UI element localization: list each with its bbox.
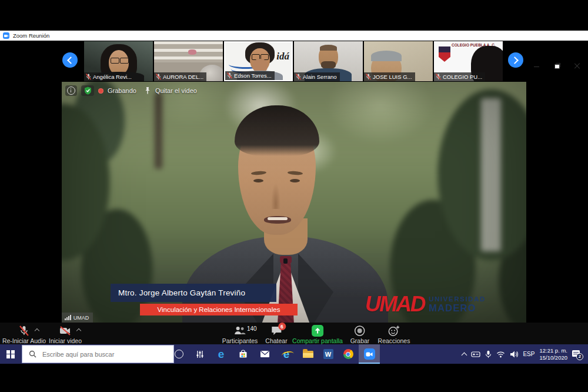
restore-icon — [554, 64, 560, 69]
task-view-button[interactable] — [189, 344, 211, 364]
watermark-label: UMAD — [74, 315, 89, 321]
muted-mic-icon — [366, 74, 371, 80]
close-button[interactable] — [568, 61, 586, 71]
folder-icon — [303, 351, 313, 358]
clock-date: 15/10/2020 — [539, 354, 567, 361]
colegio-crest-icon — [439, 46, 450, 62]
chrome-taskbar-button[interactable] — [338, 344, 359, 364]
cortana-button[interactable] — [168, 344, 189, 364]
taskbar-search[interactable] — [22, 345, 174, 363]
muted-mic-icon — [436, 74, 441, 80]
participant-thumbnail-angelica[interactable]: Angélica Revi... — [84, 41, 153, 81]
edge-taskbar-button[interactable]: e — [211, 344, 232, 364]
participant-label: JOSE LUIS G... — [364, 72, 415, 81]
restore-button[interactable] — [548, 61, 566, 71]
video-options-caret[interactable] — [76, 328, 81, 333]
unmute-audio-button[interactable]: Re-Iniciar Audio — [2, 325, 46, 344]
umad-brand: UMAD UNIVERSIDAD MADERO — [365, 289, 486, 320]
video-off-icon — [59, 325, 72, 337]
tray-expand-chevron[interactable] — [462, 352, 467, 358]
participant-thumbnail-alain[interactable]: Alain Serrano — [294, 41, 363, 81]
window-title: Zoom Reunión — [13, 31, 49, 41]
share-screen-button[interactable]: Compartir pantalla — [292, 325, 343, 344]
word-taskbar-button[interactable]: W — [318, 344, 339, 364]
speaker-icon — [510, 351, 518, 358]
cortana-icon — [175, 350, 183, 358]
participant-name: COLEGIO PU... — [443, 74, 482, 80]
notification-count-badge: 2 — [576, 353, 583, 360]
audio-options-caret[interactable] — [35, 328, 39, 333]
unpin-video-button[interactable]: Quitar el video — [155, 87, 197, 94]
umad-logo-text: UMAD — [365, 292, 425, 317]
record-icon — [354, 325, 366, 337]
shield-check-icon — [84, 87, 92, 95]
participant-label: Alain Serrano — [294, 72, 340, 81]
participant-name: AURORA DEL... — [163, 74, 203, 80]
mic-tray-button[interactable] — [485, 350, 492, 358]
search-icon — [29, 350, 36, 358]
video-button-label: Iniciar video — [49, 337, 82, 344]
security-button[interactable] — [81, 85, 94, 96]
network-tray-button[interactable] — [496, 351, 505, 358]
video-status-bar: Grabando Quitar el video — [65, 85, 197, 97]
shelf-decor — [188, 49, 196, 55]
ie-taskbar-button[interactable]: e — [276, 344, 297, 364]
device-tray-button[interactable] — [471, 351, 480, 358]
record-button[interactable]: Grabar — [350, 325, 370, 344]
minimize-button[interactable] — [528, 61, 546, 71]
store-taskbar-button[interactable] — [232, 344, 253, 364]
meeting-info-button[interactable] — [65, 85, 77, 96]
speaker-name: Mtro. Jorge Alberto Gaytán Treviño — [118, 288, 245, 297]
filmstrip-next-button[interactable] — [508, 52, 523, 68]
close-icon — [574, 63, 580, 69]
participant-label: Edson Torres... — [225, 71, 275, 80]
muted-mic-icon — [227, 72, 232, 79]
reactions-button[interactable]: Reacciones — [378, 325, 410, 344]
chevron-right-icon — [511, 57, 519, 64]
reactions-smiley-icon — [388, 325, 400, 337]
share-screen-icon — [312, 325, 323, 337]
participant-name: Alain Serrano — [303, 74, 337, 80]
pin-icon — [144, 87, 151, 95]
background-logo-text: idá — [276, 51, 289, 62]
participant-thumbnail-edson[interactable]: idá Edson Torres... — [224, 41, 293, 81]
zoom-taskbar-button[interactable] — [359, 344, 380, 364]
internet-explorer-icon: e — [283, 348, 290, 360]
participant-label: AURORA DEL... — [154, 72, 206, 81]
file-explorer-button[interactable] — [298, 344, 319, 364]
window-titlebar: Zoom Reunión — [0, 31, 588, 41]
language-indicator[interactable]: ESP — [523, 351, 534, 357]
participant-thumbnail-joseluis[interactable]: JOSE LUIS G... — [364, 41, 433, 81]
info-icon — [67, 87, 75, 95]
participant-thumbnail-colegio[interactable]: COLEGIO PUEBLA A. C. COLEGIO PU... — [434, 41, 503, 81]
zoom-meeting-window: Zoom Reunión Angélica Revi... AURORA DEL… — [0, 0, 588, 392]
chat-unread-badge: 6 — [278, 323, 286, 330]
speaker-name-card: Mtro. Jorge Alberto Gaytán Treviño — [111, 284, 276, 302]
chat-button[interactable]: 6 Chatear — [265, 325, 287, 344]
taskbar-clock[interactable]: 12:21 p. m. 15/10/2020 — [539, 347, 567, 361]
speaker-title-card: Vinculación y Relaciones Internacionales — [140, 304, 298, 315]
chrome-icon — [343, 349, 353, 359]
participant-name: Angélica Revi... — [93, 74, 132, 80]
filmstrip-prev-button[interactable] — [62, 52, 78, 68]
mail-taskbar-button[interactable] — [254, 344, 275, 364]
connection-watermark: UMAD — [62, 313, 93, 323]
reactions-label: Reacciones — [378, 337, 410, 344]
edge-icon: e — [218, 348, 225, 360]
mail-icon — [260, 350, 270, 358]
participant-name: JOSE LUIS G... — [373, 74, 412, 80]
windows-logo-icon — [6, 350, 15, 358]
search-input[interactable] — [41, 350, 161, 358]
record-label: Grabar — [350, 337, 370, 344]
participant-thumbnail-aurora[interactable]: AURORA DEL... — [154, 41, 223, 81]
participants-button[interactable]: 140 Participantes — [222, 325, 258, 344]
volume-tray-button[interactable] — [510, 351, 518, 358]
speaker-title: Vinculación y Relaciones Internacionales — [158, 306, 280, 313]
avatar-hair — [371, 51, 402, 61]
start-button[interactable] — [0, 344, 21, 364]
muted-mic-icon — [86, 74, 91, 80]
participants-icon — [233, 325, 246, 336]
start-video-button[interactable]: Iniciar video — [49, 325, 82, 344]
action-center-button[interactable]: 2 — [572, 350, 582, 359]
muted-mic-icon — [156, 74, 161, 80]
